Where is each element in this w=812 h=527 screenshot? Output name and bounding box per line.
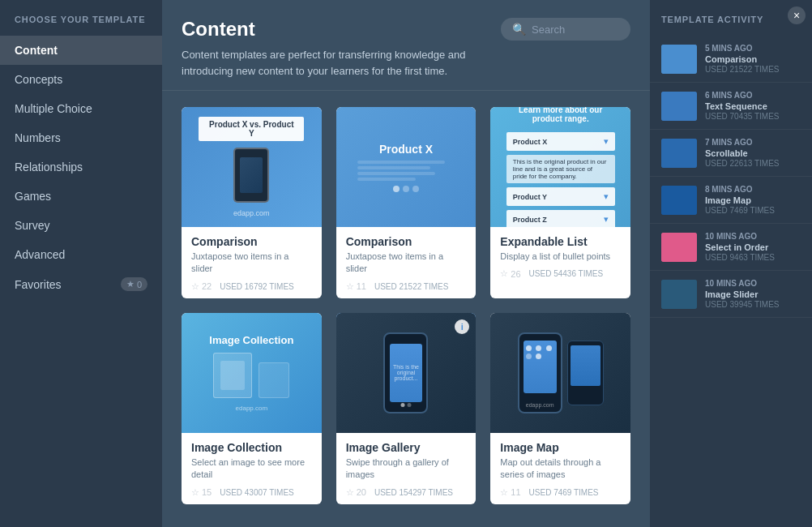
activity-item-3[interactable]: 8 MINS AGO Image Map USED 7469 TIMES	[650, 177, 812, 224]
template-meta-4: ☆ 20 USED 154297 TIMES	[346, 487, 467, 498]
activity-info-2: 7 MINS AGO Scrollable USED 22613 TIMES	[705, 138, 801, 168]
main-header-left: Content Content templates are perfect fo…	[182, 18, 501, 79]
template-used-0: USED 16792 TIMES	[220, 282, 294, 291]
template-desc-0: Juxtapose two items in a slider	[191, 251, 312, 276]
template-card-image-collection-3[interactable]: Image Collection edapp.com Image Collect…	[182, 313, 322, 504]
activity-name-4: Select in Order	[705, 242, 801, 252]
modal-overlay: CHOOSE YOUR TEMPLATE ContentConceptsMult…	[0, 0, 812, 527]
template-name-2: Expandable List	[500, 235, 621, 248]
template-stars-5: ☆ 11	[500, 487, 520, 498]
activity-info-4: 10 MINS AGO Select in Order USED 9463 TI…	[705, 232, 801, 262]
activity-item-2[interactable]: 7 MINS AGO Scrollable USED 22613 TIMES	[650, 130, 812, 177]
template-name-5: Image Map	[500, 441, 621, 454]
template-desc-2: Display a list of bullet points	[500, 251, 621, 263]
template-card-expandable-list-2[interactable]: Learn more about ourproduct range. Produ…	[490, 107, 630, 298]
template-desc-3: Select an image to see more detail	[191, 456, 312, 482]
main-header: Content Content templates are perfect fo…	[162, 0, 650, 91]
template-used-1: USED 21522 TIMES	[374, 282, 449, 291]
template-card-image-gallery-4[interactable]: This is the original product... i Image …	[336, 313, 477, 504]
template-meta-3: ☆ 15 USED 43007 TIMES	[191, 487, 312, 498]
activity-item-1[interactable]: 6 MINS AGO Text Sequence USED 70435 TIME…	[650, 83, 812, 130]
sidebar: CHOOSE YOUR TEMPLATE ContentConceptsMult…	[0, 0, 162, 527]
activity-time-2: 7 MINS AGO	[705, 138, 801, 147]
search-box[interactable]: 🔍	[501, 18, 630, 41]
activity-used-1: USED 70435 TIMES	[705, 112, 801, 121]
sidebar-item-label-games: Games	[15, 190, 51, 203]
template-stars-0: ☆ 22	[191, 281, 212, 292]
activity-info-0: 5 MINS AGO Comparison USED 21522 TIMES	[705, 44, 801, 74]
template-card-body-3: Image Collection Select an image to see …	[182, 433, 322, 504]
search-input[interactable]	[532, 24, 621, 36]
template-thumb-1: Product X	[336, 107, 477, 227]
sidebar-item-label-concepts: Concepts	[15, 73, 62, 86]
template-meta-5: ☆ 11 USED 7469 TIMES	[500, 487, 621, 498]
template-used-3: USED 43007 TIMES	[220, 488, 294, 497]
template-thumb-3: Image Collection edapp.com	[182, 313, 322, 433]
sidebar-item-label-content: Content	[15, 44, 58, 57]
activity-used-3: USED 7469 TIMES	[705, 206, 801, 215]
template-desc-5: Map out details through a series of imag…	[500, 456, 621, 482]
templates-grid: Product X vs. Product Y edapp.com Compar…	[162, 91, 650, 527]
star-icon-0: ☆	[191, 281, 199, 292]
sidebar-item-favorites[interactable]: Favorites★0	[0, 269, 162, 299]
activity-item-0[interactable]: 5 MINS AGO Comparison USED 21522 TIMES	[650, 36, 812, 83]
template-thumb-0: Product X vs. Product Y edapp.com	[182, 107, 322, 227]
activity-used-0: USED 21522 TIMES	[705, 65, 801, 74]
page-title: Content	[182, 18, 501, 41]
template-card-comparison-1[interactable]: Product X Comparison Juxtapose two items…	[336, 107, 477, 298]
modal: CHOOSE YOUR TEMPLATE ContentConceptsMult…	[0, 0, 812, 527]
sidebar-item-multiple-choice[interactable]: Multiple Choice	[0, 94, 162, 123]
template-desc-4: Swipe through a gallery of images	[346, 456, 467, 482]
template-stars-4: ☆ 20	[346, 487, 366, 498]
template-card-image-map-5[interactable]: edapp.com Image Map Map out details thro…	[490, 313, 630, 504]
activity-thumb-2	[661, 139, 697, 168]
template-stars-1: ☆ 11	[346, 281, 366, 292]
activity-used-4: USED 9463 TIMES	[705, 253, 801, 262]
template-stars-2: ☆ 26	[500, 268, 520, 279]
template-meta-0: ☆ 22 USED 16792 TIMES	[191, 281, 312, 292]
activity-item-5[interactable]: 10 MINS AGO Image Slider USED 39945 TIME…	[650, 271, 812, 318]
template-card-body-2: Expandable List Display a list of bullet…	[490, 227, 630, 285]
close-button[interactable]: ×	[788, 6, 806, 24]
template-name-1: Comparison	[346, 235, 467, 248]
activity-thumb-4	[661, 233, 697, 262]
sidebar-item-label-relationships: Relationships	[15, 161, 83, 174]
activity-info-1: 6 MINS AGO Text Sequence USED 70435 TIME…	[705, 91, 801, 121]
sidebar-item-survey[interactable]: Survey	[0, 211, 162, 240]
template-stars-3: ☆ 15	[191, 487, 212, 498]
template-thumb-4: This is the original product... i	[336, 313, 477, 433]
activity-name-0: Comparison	[705, 54, 801, 64]
sidebar-item-relationships[interactable]: Relationships	[0, 152, 162, 182]
template-used-5: USED 7469 TIMES	[529, 488, 599, 497]
sidebar-item-label-advanced: Advanced	[15, 248, 65, 261]
sidebar-item-label-favorites: Favorites	[15, 278, 62, 291]
template-name-0: Comparison	[191, 235, 312, 248]
sidebar-item-numbers[interactable]: Numbers	[0, 123, 162, 152]
activity-name-5: Image Slider	[705, 289, 801, 299]
sidebar-item-content[interactable]: Content	[0, 36, 162, 65]
activity-item-4[interactable]: 10 MINS AGO Select in Order USED 9463 TI…	[650, 224, 812, 271]
sidebar-item-games[interactable]: Games	[0, 182, 162, 211]
sidebar-title: CHOOSE YOUR TEMPLATE	[0, 15, 162, 36]
activity-thumb-3	[661, 186, 697, 215]
star-icon-5: ☆	[500, 487, 508, 498]
page-description: Content templates are perfect for transf…	[182, 47, 501, 79]
search-icon: 🔍	[512, 23, 526, 36]
activity-info-5: 10 MINS AGO Image Slider USED 39945 TIME…	[705, 279, 801, 309]
template-card-body-1: Comparison Juxtapose two items in a slid…	[336, 227, 477, 298]
sidebar-item-label-survey: Survey	[15, 219, 50, 232]
activity-thumb-1	[661, 92, 697, 121]
template-card-body-0: Comparison Juxtapose two items in a slid…	[182, 227, 322, 298]
sidebar-item-label-numbers: Numbers	[15, 131, 61, 144]
template-name-4: Image Gallery	[346, 441, 467, 454]
activity-time-0: 5 MINS AGO	[705, 44, 801, 53]
star-icon-3: ☆	[191, 487, 199, 498]
template-desc-1: Juxtapose two items in a slider	[346, 251, 467, 276]
template-card-comparison-0[interactable]: Product X vs. Product Y edapp.com Compar…	[182, 107, 322, 298]
activity-time-5: 10 MINS AGO	[705, 279, 801, 288]
activity-thumb-5	[661, 280, 697, 309]
activity-time-3: 8 MINS AGO	[705, 185, 801, 194]
sidebar-item-advanced[interactable]: Advanced	[0, 240, 162, 269]
sidebar-item-concepts[interactable]: Concepts	[0, 65, 162, 94]
activity-used-5: USED 39945 TIMES	[705, 300, 801, 309]
